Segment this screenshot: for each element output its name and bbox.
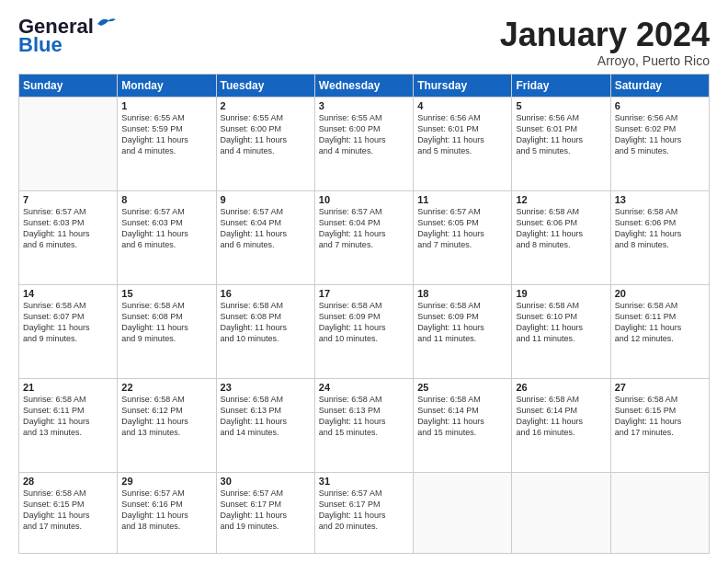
calendar-cell: [512, 472, 610, 553]
day-number: 23: [221, 382, 311, 393]
day-info: Sunrise: 6:57 AMSunset: 6:17 PMDaylight:…: [319, 488, 409, 533]
calendar-cell: 16Sunrise: 6:58 AMSunset: 6:08 PMDayligh…: [216, 284, 314, 378]
day-info: Sunrise: 6:58 AMSunset: 6:15 PMDaylight:…: [615, 394, 705, 439]
day-number: 5: [516, 100, 606, 111]
day-number: 31: [319, 476, 409, 487]
day-number: 29: [121, 476, 211, 487]
calendar-cell: 29Sunrise: 6:57 AMSunset: 6:16 PMDayligh…: [118, 472, 216, 553]
calendar-cell: 25Sunrise: 6:58 AMSunset: 6:14 PMDayligh…: [414, 378, 512, 472]
day-number: 1: [121, 100, 211, 111]
calendar-cell: 31Sunrise: 6:57 AMSunset: 6:17 PMDayligh…: [314, 472, 413, 553]
logo: General Blue: [18, 17, 116, 57]
day-info: Sunrise: 6:58 AMSunset: 6:12 PMDaylight:…: [121, 394, 211, 439]
day-number: 20: [615, 288, 705, 299]
day-number: 13: [615, 194, 705, 205]
day-of-week-header: Thursday: [414, 74, 512, 97]
day-number: 15: [121, 288, 211, 299]
day-info: Sunrise: 6:57 AMSunset: 6:16 PMDaylight:…: [121, 488, 211, 533]
calendar-cell: 26Sunrise: 6:58 AMSunset: 6:14 PMDayligh…: [512, 378, 610, 472]
day-info: Sunrise: 6:58 AMSunset: 6:10 PMDaylight:…: [516, 300, 606, 345]
day-number: 17: [319, 288, 409, 299]
calendar-cell: 5Sunrise: 6:56 AMSunset: 6:01 PMDaylight…: [512, 97, 610, 190]
day-info: Sunrise: 6:58 AMSunset: 6:09 PMDaylight:…: [319, 300, 409, 345]
calendar-week-row: 7Sunrise: 6:57 AMSunset: 6:03 PMDaylight…: [19, 190, 710, 284]
day-info: Sunrise: 6:58 AMSunset: 6:06 PMDaylight:…: [615, 206, 705, 251]
calendar-cell: 9Sunrise: 6:57 AMSunset: 6:04 PMDaylight…: [216, 190, 314, 284]
calendar-cell: 14Sunrise: 6:58 AMSunset: 6:07 PMDayligh…: [19, 284, 118, 378]
title-block: January 2024 Arroyo, Puerto Rico: [500, 17, 710, 68]
day-info: Sunrise: 6:58 AMSunset: 6:14 PMDaylight:…: [516, 394, 606, 439]
day-info: Sunrise: 6:55 AMSunset: 6:00 PMDaylight:…: [221, 112, 311, 157]
calendar-cell: 28Sunrise: 6:58 AMSunset: 6:15 PMDayligh…: [19, 472, 118, 553]
day-of-week-header: Sunday: [19, 74, 118, 97]
day-info: Sunrise: 6:57 AMSunset: 6:03 PMDaylight:…: [121, 206, 211, 251]
calendar-cell: 20Sunrise: 6:58 AMSunset: 6:11 PMDayligh…: [610, 284, 709, 378]
calendar-cell: 19Sunrise: 6:58 AMSunset: 6:10 PMDayligh…: [512, 284, 610, 378]
day-number: 2: [221, 100, 311, 111]
day-info: Sunrise: 6:58 AMSunset: 6:08 PMDaylight:…: [121, 300, 211, 345]
calendar-cell: [414, 472, 512, 553]
calendar-cell: 23Sunrise: 6:58 AMSunset: 6:13 PMDayligh…: [216, 378, 314, 472]
day-number: 19: [516, 288, 606, 299]
calendar-cell: 22Sunrise: 6:58 AMSunset: 6:12 PMDayligh…: [118, 378, 216, 472]
calendar-cell: 17Sunrise: 6:58 AMSunset: 6:09 PMDayligh…: [314, 284, 413, 378]
day-info: Sunrise: 6:57 AMSunset: 6:03 PMDaylight:…: [23, 206, 113, 251]
location-subtitle: Arroyo, Puerto Rico: [500, 53, 710, 68]
calendar-cell: 7Sunrise: 6:57 AMSunset: 6:03 PMDaylight…: [19, 190, 118, 284]
day-number: 26: [516, 382, 606, 393]
day-info: Sunrise: 6:58 AMSunset: 6:08 PMDaylight:…: [221, 300, 311, 345]
day-info: Sunrise: 6:58 AMSunset: 6:11 PMDaylight:…: [615, 300, 705, 345]
calendar-week-row: 21Sunrise: 6:58 AMSunset: 6:11 PMDayligh…: [19, 378, 710, 472]
day-number: 8: [121, 194, 211, 205]
calendar-cell: 15Sunrise: 6:58 AMSunset: 6:08 PMDayligh…: [118, 284, 216, 378]
calendar-cell: 2Sunrise: 6:55 AMSunset: 6:00 PMDaylight…: [216, 97, 314, 190]
day-info: Sunrise: 6:58 AMSunset: 6:06 PMDaylight:…: [516, 206, 606, 251]
day-of-week-header: Friday: [512, 74, 610, 97]
calendar-cell: 1Sunrise: 6:55 AMSunset: 5:59 PMDaylight…: [118, 97, 216, 190]
calendar-week-row: 1Sunrise: 6:55 AMSunset: 5:59 PMDaylight…: [19, 97, 710, 190]
day-number: 11: [417, 194, 507, 205]
day-info: Sunrise: 6:57 AMSunset: 6:04 PMDaylight:…: [221, 206, 311, 251]
day-info: Sunrise: 6:56 AMSunset: 6:02 PMDaylight:…: [615, 112, 705, 157]
calendar-table: SundayMondayTuesdayWednesdayThursdayFrid…: [18, 74, 710, 554]
calendar-cell: 10Sunrise: 6:57 AMSunset: 6:04 PMDayligh…: [314, 190, 413, 284]
day-number: 10: [319, 194, 409, 205]
calendar-cell: [610, 472, 709, 553]
day-number: 4: [417, 100, 507, 111]
calendar-cell: 27Sunrise: 6:58 AMSunset: 6:15 PMDayligh…: [610, 378, 709, 472]
header: General Blue January 2024 Arroyo, Puerto…: [18, 17, 710, 68]
day-number: 24: [319, 382, 409, 393]
calendar-cell: 11Sunrise: 6:57 AMSunset: 6:05 PMDayligh…: [414, 190, 512, 284]
calendar-cell: 3Sunrise: 6:55 AMSunset: 6:00 PMDaylight…: [314, 97, 413, 190]
day-info: Sunrise: 6:55 AMSunset: 6:00 PMDaylight:…: [319, 112, 409, 157]
day-info: Sunrise: 6:58 AMSunset: 6:11 PMDaylight:…: [23, 394, 113, 439]
page: General Blue January 2024 Arroyo, Puerto…: [0, 0, 728, 563]
day-of-week-header: Tuesday: [216, 74, 314, 97]
day-number: 25: [417, 382, 507, 393]
day-number: 6: [615, 100, 705, 111]
day-info: Sunrise: 6:58 AMSunset: 6:14 PMDaylight:…: [417, 394, 507, 439]
calendar-header-row: SundayMondayTuesdayWednesdayThursdayFrid…: [19, 74, 710, 97]
day-number: 21: [23, 382, 113, 393]
day-number: 16: [221, 288, 311, 299]
day-info: Sunrise: 6:58 AMSunset: 6:15 PMDaylight:…: [23, 488, 113, 533]
day-info: Sunrise: 6:56 AMSunset: 6:01 PMDaylight:…: [516, 112, 606, 157]
day-info: Sunrise: 6:58 AMSunset: 6:07 PMDaylight:…: [23, 300, 113, 345]
calendar-cell: 13Sunrise: 6:58 AMSunset: 6:06 PMDayligh…: [610, 190, 709, 284]
day-info: Sunrise: 6:57 AMSunset: 6:04 PMDaylight:…: [319, 206, 409, 251]
logo-blue: Blue: [18, 33, 63, 57]
day-number: 12: [516, 194, 606, 205]
calendar-cell: 24Sunrise: 6:58 AMSunset: 6:13 PMDayligh…: [314, 378, 413, 472]
month-title: January 2024: [500, 17, 710, 53]
day-number: 30: [221, 476, 311, 487]
day-number: 14: [23, 288, 113, 299]
calendar-cell: 12Sunrise: 6:58 AMSunset: 6:06 PMDayligh…: [512, 190, 610, 284]
calendar-cell: 18Sunrise: 6:58 AMSunset: 6:09 PMDayligh…: [414, 284, 512, 378]
calendar-cell: 4Sunrise: 6:56 AMSunset: 6:01 PMDaylight…: [414, 97, 512, 190]
calendar-week-row: 14Sunrise: 6:58 AMSunset: 6:07 PMDayligh…: [19, 284, 710, 378]
calendar-cell: 8Sunrise: 6:57 AMSunset: 6:03 PMDaylight…: [118, 190, 216, 284]
day-info: Sunrise: 6:55 AMSunset: 5:59 PMDaylight:…: [121, 112, 211, 157]
logo-bird-icon: [96, 17, 116, 31]
day-number: 27: [615, 382, 705, 393]
day-number: 3: [319, 100, 409, 111]
